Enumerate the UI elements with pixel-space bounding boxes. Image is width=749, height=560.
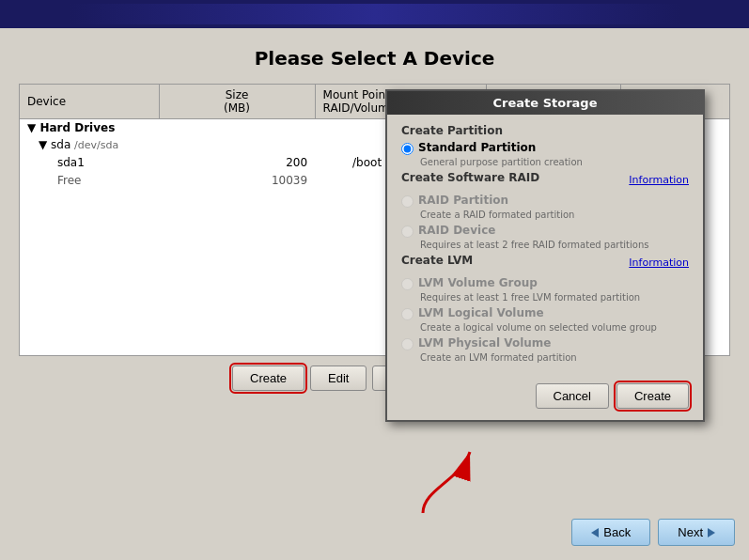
raid-partition-radio[interactable] bbox=[401, 195, 414, 208]
modal-title-bar: Create Storage bbox=[387, 91, 703, 115]
create-software-raid-label: Create Software RAID bbox=[401, 171, 539, 184]
standard-partition-radio[interactable] bbox=[401, 143, 414, 155]
lvm-logical-volume-label: LVM Logical Volume bbox=[418, 306, 544, 319]
arrow-indicator bbox=[367, 433, 479, 518]
lvm-physical-volume-radio[interactable] bbox=[401, 338, 414, 350]
raid-device-label: RAID Device bbox=[418, 224, 495, 237]
lvm-logical-volume-radio[interactable] bbox=[401, 308, 414, 320]
raid-info-link[interactable]: Information bbox=[629, 174, 689, 186]
lvm-volume-group-radio[interactable] bbox=[401, 278, 414, 290]
create-storage-modal: Create Storage Create Partition Standard… bbox=[385, 89, 705, 422]
modal-body: Create Partition Standard Partition Gene… bbox=[387, 115, 703, 376]
raid-partition-label: RAID Partition bbox=[418, 194, 508, 207]
software-raid-section-header: Create Software RAID Information bbox=[401, 171, 689, 188]
modal-cancel-button[interactable]: Cancel bbox=[536, 383, 609, 409]
raid-partition-option[interactable]: RAID Partition bbox=[401, 194, 689, 208]
lvm-volume-group-option[interactable]: LVM Volume Group bbox=[401, 276, 689, 290]
lvm-physical-volume-option[interactable]: LVM Physical Volume bbox=[401, 336, 689, 350]
nav-buttons: Back Next bbox=[571, 519, 735, 546]
lvm-logical-volume-option[interactable]: LVM Logical Volume bbox=[401, 306, 689, 320]
page-title: Please Select A Device bbox=[19, 47, 730, 70]
next-button[interactable]: Next bbox=[658, 519, 735, 546]
col-size: Size(MB) bbox=[159, 85, 315, 119]
modal-footer: Cancel Create bbox=[387, 376, 703, 420]
lvm-logical-volume-desc: Create a logical volume on selected volu… bbox=[420, 322, 689, 333]
standard-partition-label: Standard Partition bbox=[418, 141, 536, 154]
modal-create-button[interactable]: Create bbox=[616, 383, 689, 409]
raid-device-option[interactable]: RAID Device bbox=[401, 224, 689, 238]
lvm-volume-group-desc: Requires at least 1 free LVM formated pa… bbox=[420, 292, 689, 303]
banner-graphic bbox=[70, 4, 680, 24]
create-button[interactable]: Create bbox=[232, 366, 304, 391]
lvm-info-link[interactable]: Information bbox=[629, 257, 689, 269]
raid-partition-desc: Create a RAID formated partition bbox=[420, 210, 689, 220]
lvm-volume-group-label: LVM Volume Group bbox=[418, 276, 538, 289]
sda1-size: 200 bbox=[159, 153, 315, 172]
free-size: 10039 bbox=[159, 172, 315, 189]
create-lvm-label: Create LVM bbox=[401, 254, 473, 267]
sda1-label: sda1 bbox=[20, 153, 159, 172]
lvm-section-header: Create LVM Information bbox=[401, 254, 689, 271]
standard-partition-desc: General purpose partition creation bbox=[420, 157, 689, 167]
lvm-physical-volume-label: LVM Physical Volume bbox=[418, 336, 552, 350]
standard-partition-option[interactable]: Standard Partition bbox=[401, 141, 689, 155]
raid-device-desc: Requires at least 2 free RAID formated p… bbox=[420, 240, 689, 250]
top-banner bbox=[0, 0, 749, 28]
lvm-physical-volume-desc: Create an LVM formated partition bbox=[420, 352, 689, 363]
col-device: Device bbox=[20, 85, 159, 119]
create-partition-label: Create Partition bbox=[401, 124, 689, 137]
raid-device-radio[interactable] bbox=[401, 226, 414, 238]
edit-button[interactable]: Edit bbox=[310, 366, 367, 391]
free-label: Free bbox=[20, 172, 159, 189]
back-arrow-icon bbox=[591, 528, 599, 537]
next-arrow-icon bbox=[708, 528, 715, 537]
back-button[interactable]: Back bbox=[571, 519, 650, 546]
